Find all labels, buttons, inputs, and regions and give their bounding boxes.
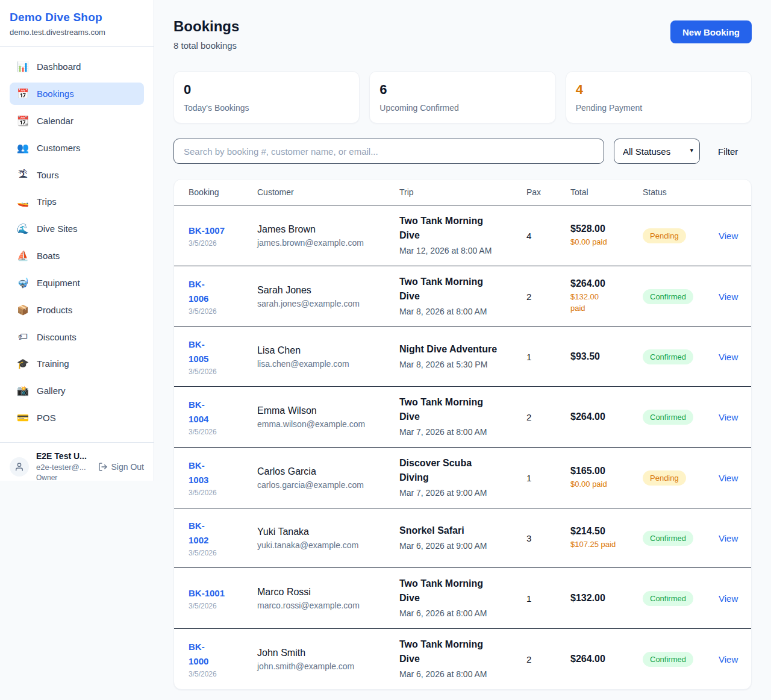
- equipment-icon: 🤿: [17, 277, 29, 289]
- booking-date: 3/5/2026: [189, 602, 257, 610]
- pax-count: 3: [526, 533, 570, 543]
- brand-block: Demo Dive Shop demo.test.divestreams.com: [0, 0, 154, 47]
- calendar-icon: 📆: [17, 115, 29, 127]
- stat-value: 0: [184, 82, 349, 98]
- user-section: E2E Test U... e2e-tester@... Owner Sign …: [0, 442, 154, 490]
- booking-id-link[interactable]: BK-1002: [189, 519, 257, 548]
- page-header: Bookings 8 total bookings New Booking: [173, 18, 752, 51]
- table-row: BK-1002 3/5/2026 Yuki Tanaka yuki.tanaka…: [174, 508, 751, 568]
- view-link[interactable]: View: [719, 473, 738, 483]
- pax-count: 1: [526, 473, 570, 483]
- boats-icon: ⛵: [17, 250, 29, 261]
- customer-email: emma.wilson@example.com: [257, 419, 399, 429]
- trip-name: Two Tank MorningDive: [399, 275, 526, 304]
- paid-amount: $107.25 paid: [570, 539, 643, 551]
- sidebar-item-gallery[interactable]: 📸 Gallery: [10, 380, 144, 402]
- booking-id-link[interactable]: BK-1004: [189, 398, 257, 427]
- trip-datetime: Mar 6, 2026 at 9:00 AM: [399, 540, 526, 552]
- customer-email: james.brown@example.com: [257, 238, 399, 248]
- filters-bar: All Statuses ▾ Filter: [173, 139, 752, 164]
- pax-count: 4: [526, 231, 570, 241]
- status-badge: Confirmed: [643, 410, 693, 425]
- sign-out-button[interactable]: Sign Out: [98, 462, 144, 472]
- new-booking-button[interactable]: New Booking: [670, 20, 752, 43]
- sidebar-item-training[interactable]: 🎓 Training: [10, 352, 144, 375]
- booking-id-link[interactable]: BK-1000: [189, 640, 257, 669]
- filter-button[interactable]: Filter: [710, 146, 746, 157]
- trip-datetime: Mar 6, 2026 at 8:00 AM: [399, 607, 526, 620]
- table-row: BK-1001 3/5/2026 Marco Rossi marco.rossi…: [174, 568, 751, 629]
- sidebar-item-tours[interactable]: 🏝 Tours: [10, 164, 144, 186]
- stat-value: 4: [576, 82, 741, 98]
- view-link[interactable]: View: [719, 593, 738, 604]
- stat-label: Pending Payment: [576, 103, 741, 113]
- sidebar-item-equipment[interactable]: 🤿 Equipment: [10, 272, 144, 294]
- view-link[interactable]: View: [719, 352, 738, 362]
- table-row: BK-1000 3/5/2026 John Smith john.smith@e…: [174, 629, 751, 689]
- stat-label: Today's Bookings: [184, 103, 349, 113]
- booking-id-link[interactable]: BK-1006: [189, 277, 257, 306]
- sidebar-item-discounts[interactable]: 🏷 Discounts: [10, 326, 144, 348]
- trip-datetime: Mar 8, 2026 at 5:30 PM: [399, 358, 526, 371]
- booking-date: 3/5/2026: [189, 428, 257, 436]
- sign-out-icon: [98, 462, 108, 472]
- paid-amount: $0.00 paid: [570, 479, 643, 490]
- stats-row: 0 Today's Bookings 6 Upcoming Confirmed …: [173, 71, 752, 123]
- trip-datetime: Mar 12, 2026 at 8:00 AM: [399, 245, 526, 257]
- sidebar-item-trips[interactable]: 🚤 Trips: [10, 190, 144, 213]
- user-icon: [14, 462, 24, 472]
- dashboard-icon: 📊: [17, 61, 29, 72]
- trip-name: Two Tank MorningDive: [399, 214, 526, 243]
- search-input[interactable]: [173, 139, 604, 164]
- sidebar-item-boats[interactable]: ⛵ Boats: [10, 245, 144, 267]
- status-select[interactable]: All Statuses: [614, 139, 700, 164]
- status-badge: Confirmed: [643, 349, 693, 364]
- stat-card: 4 Pending Payment: [566, 71, 752, 123]
- customer-name: Sarah Jones: [257, 285, 399, 296]
- sidebar-item-products[interactable]: 📦 Products: [10, 299, 144, 321]
- booking-id-link[interactable]: BK-1001: [189, 586, 257, 601]
- total-amount: $132.00: [570, 593, 643, 604]
- table-body: BK-1007 3/5/2026 James Brown james.brown…: [174, 205, 751, 689]
- view-link[interactable]: View: [719, 292, 738, 302]
- booking-date: 3/5/2026: [189, 367, 257, 376]
- sidebar-item-bookings[interactable]: 📅 Bookings: [10, 83, 144, 105]
- booking-id-link[interactable]: BK-1003: [189, 458, 257, 487]
- pax-count: 2: [526, 654, 570, 664]
- sidebar-item-calendar[interactable]: 📆 Calendar: [10, 110, 144, 132]
- trip-datetime: Mar 7, 2026 at 8:00 AM: [399, 426, 526, 439]
- customer-name: Marco Rossi: [257, 587, 399, 598]
- status-badge: Pending: [643, 228, 686, 243]
- discounts-icon: 🏷: [17, 331, 29, 342]
- total-amount: $264.00: [570, 278, 643, 289]
- sidebar-item-dive-sites[interactable]: 🌊 Dive Sites: [10, 217, 144, 240]
- sidebar-item-customers[interactable]: 👥 Customers: [10, 137, 144, 159]
- booking-id-link[interactable]: BK-1007: [189, 223, 257, 238]
- trip-name: Discover ScubaDiving: [399, 456, 526, 485]
- col-header-status: Status: [643, 187, 719, 197]
- customer-email: lisa.chen@example.com: [257, 359, 399, 369]
- status-badge: Confirmed: [643, 652, 693, 667]
- stat-value: 6: [379, 82, 545, 98]
- view-link[interactable]: View: [719, 231, 738, 241]
- col-header-customer: Customer: [257, 187, 399, 197]
- sidebar-item-dashboard[interactable]: 📊 Dashboard: [10, 55, 144, 78]
- table-header-row: Booking Customer Trip Pax Total Status: [174, 180, 751, 205]
- customer-name: Lisa Chen: [257, 345, 399, 356]
- booking-date: 3/5/2026: [189, 489, 257, 497]
- sidebar-item-pos[interactable]: 💳 POS: [10, 407, 144, 429]
- page-title: Bookings: [173, 18, 239, 35]
- status-badge: Pending: [643, 470, 686, 486]
- stat-label: Upcoming Confirmed: [379, 103, 545, 113]
- total-amount: $165.00: [570, 466, 643, 477]
- total-amount: $214.50: [570, 526, 643, 537]
- view-link[interactable]: View: [719, 533, 738, 543]
- customers-icon: 👥: [17, 142, 29, 154]
- booking-id-link[interactable]: BK-1005: [189, 337, 257, 366]
- view-link[interactable]: View: [719, 412, 738, 422]
- view-link[interactable]: View: [719, 654, 738, 664]
- trip-name: Snorkel Safari: [399, 523, 526, 538]
- paid-amount: $0.00 paid: [570, 237, 643, 248]
- trip-name: Two Tank MorningDive: [399, 637, 526, 666]
- customer-name: Carlos Garcia: [257, 466, 399, 477]
